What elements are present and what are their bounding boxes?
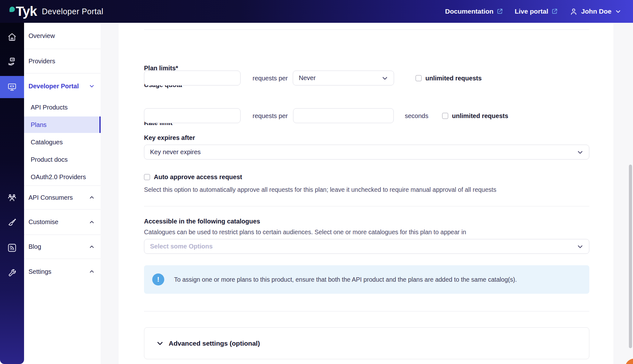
vertical-scrollbar-thumb[interactable] <box>629 165 632 348</box>
user-menu[interactable]: John Doe <box>569 7 622 16</box>
sidebar-item-oauth-providers[interactable]: OAuth2.0 Providers <box>24 168 101 186</box>
rail-item-customise[interactable] <box>0 212 24 234</box>
chevron-down-icon <box>156 339 164 348</box>
left-gutter <box>101 23 119 364</box>
catalogues-multiselect[interactable]: Select some Options <box>144 239 589 254</box>
requests-per-text: requests per <box>253 74 288 82</box>
rate-unlimited-label: unlimited requests <box>452 112 508 119</box>
brand-logo[interactable]: Tyk Developer Portal <box>9 5 103 18</box>
top-bar: Tyk Developer Portal Documentation Live … <box>0 0 633 23</box>
auto-approve-group: Auto approve access request <box>144 173 242 181</box>
quota-unlimited-group: unlimited requests <box>416 74 482 82</box>
quota-unlimited-checkbox[interactable] <box>416 75 422 81</box>
key-expires-label: Key expires after <box>144 134 195 141</box>
sidebar-item-api-products[interactable]: API Products <box>24 99 101 116</box>
icon-rail <box>0 23 24 364</box>
home-icon <box>7 32 17 42</box>
advanced-settings-toggle[interactable]: Advanced settings (optional) <box>144 327 589 359</box>
sidebar-item-developer-portal[interactable]: Developer Portal <box>24 73 101 99</box>
chevron-down-icon <box>89 83 95 89</box>
seconds-text: seconds <box>405 112 429 119</box>
documentation-link[interactable]: Documentation <box>445 8 503 15</box>
sidebar-item-label: Product docs <box>31 156 68 163</box>
quota-period-select[interactable]: Never <box>293 71 394 85</box>
chevron-up-icon <box>89 244 95 250</box>
chevron-up-icon <box>89 219 95 225</box>
sidebar-item-label: Blog <box>28 243 41 250</box>
sidebar-item-label: Providers <box>28 58 55 65</box>
sidebar-item-blog[interactable]: Blog <box>24 235 101 259</box>
chevron-up-icon <box>89 194 95 201</box>
rail-item-blog[interactable] <box>0 237 24 259</box>
sidebar-item-label: Settings <box>28 268 51 275</box>
chevron-down-icon <box>615 8 622 15</box>
sidebar: Overview Providers Developer Portal API … <box>24 23 101 364</box>
info-alert-text: To assign one or more plans to this prod… <box>174 276 517 283</box>
sidebar-item-overview[interactable]: Overview <box>24 23 101 49</box>
user-name: John Doe <box>581 8 611 15</box>
external-link-icon <box>551 8 558 15</box>
rate-unlimited-group: unlimited requests <box>442 112 508 119</box>
brand-product: Developer Portal <box>42 7 103 16</box>
tyk-leaf-icon <box>9 7 15 12</box>
live-portal-link[interactable]: Live portal <box>515 8 558 15</box>
advanced-settings-title: Advanced settings (optional) <box>169 340 260 347</box>
catalogues-select-row: Select some Options <box>144 239 589 254</box>
auto-approve-description: Select this option to automatically appr… <box>144 186 496 193</box>
rate-limit-row: requests per seconds unlimited requests <box>144 108 589 123</box>
catalogues-placeholder: Select some Options <box>150 243 213 250</box>
paintbrush-icon <box>7 218 17 228</box>
rail-item-overview[interactable] <box>0 26 24 48</box>
key-expires-row: Key never expires <box>144 145 589 160</box>
sidebar-item-plans[interactable]: Plans <box>24 116 101 133</box>
documentation-label: Documentation <box>445 8 493 15</box>
sidebar-item-product-docs[interactable]: Product docs <box>24 151 101 168</box>
chevron-down-icon <box>576 148 584 156</box>
usage-quota-input[interactable] <box>144 71 241 85</box>
rail-item-api-consumers[interactable] <box>0 187 24 209</box>
rail-item-developer-portal[interactable] <box>0 76 24 98</box>
live-portal-label: Live portal <box>515 8 548 15</box>
divider <box>144 311 589 311</box>
provider-hand-icon <box>7 57 17 67</box>
sidebar-item-label: Developer Portal <box>28 83 79 90</box>
wrench-icon <box>7 268 17 278</box>
sidebar-item-label: Plans <box>31 121 47 129</box>
sidebar-item-label: API Products <box>31 104 68 111</box>
sidebar-item-label: Customise <box>28 218 58 226</box>
sidebar-item-providers[interactable]: Providers <box>24 49 101 73</box>
header-nav: Documentation Live portal <box>445 7 622 16</box>
sidebar-item-settings[interactable]: Settings <box>24 259 101 284</box>
sidebar-item-catalogues[interactable]: Catalogues <box>24 134 101 151</box>
rate-limit-input[interactable] <box>144 108 241 123</box>
chevron-up-icon <box>89 268 95 275</box>
chevron-down-icon <box>576 243 584 250</box>
rate-unlimited-checkbox[interactable] <box>442 113 448 119</box>
chevron-down-icon <box>381 74 389 82</box>
sidebar-item-customise[interactable]: Customise <box>24 210 101 235</box>
catalogues-description: Catalogues can be used to restrict plans… <box>144 229 466 236</box>
usage-quota-row: requests per Never unlimited requests <box>144 71 589 85</box>
key-expires-select[interactable]: Key never expires <box>144 145 589 160</box>
rate-per-input[interactable] <box>293 108 394 123</box>
quota-unlimited-label: unlimited requests <box>425 74 482 82</box>
right-gutter <box>613 23 633 364</box>
rail-item-settings[interactable] <box>0 262 24 284</box>
rss-blog-icon <box>7 243 17 253</box>
requests-per-text: requests per <box>253 112 288 119</box>
users-group-icon <box>7 193 17 203</box>
sidebar-item-label: API Consumers <box>28 194 73 201</box>
divider <box>144 206 589 206</box>
info-alert: ! To assign one or more plans to this pr… <box>144 265 589 294</box>
info-exclamation-icon: ! <box>152 273 164 286</box>
person-icon <box>569 7 578 16</box>
sidebar-item-api-consumers[interactable]: API Consumers <box>24 186 101 210</box>
main-content: Plan limits* Usage quota requests per Ne… <box>119 23 613 364</box>
rail-item-providers[interactable] <box>0 51 24 73</box>
sidebar-item-label: OAuth2.0 Providers <box>31 173 86 181</box>
sidebar-item-label: Catalogues <box>31 139 63 146</box>
auto-approve-checkbox[interactable] <box>144 174 150 180</box>
external-link-icon <box>496 8 503 15</box>
divider <box>144 29 589 30</box>
key-expires-value: Key never expires <box>150 148 201 156</box>
